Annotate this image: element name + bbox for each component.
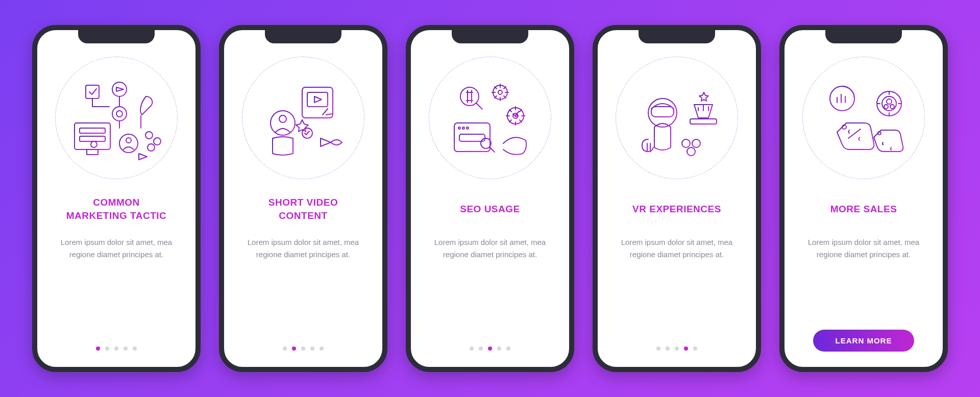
phone-notch: [639, 29, 715, 43]
pager-dot[interactable]: [666, 346, 670, 351]
pager-dot[interactable]: [656, 346, 660, 351]
screen-description: Lorem ipsum dolor sit amet, mea regione …: [800, 236, 927, 261]
pager-dot[interactable]: [320, 346, 324, 351]
pager-dot[interactable]: [675, 346, 679, 351]
pager-dot[interactable]: [470, 346, 474, 351]
phone-notch: [78, 29, 155, 43]
phone-notch: [265, 29, 341, 43]
screen-description: Lorem ipsum dolor sit amet, mea regione …: [53, 236, 180, 261]
pager-dot[interactable]: [124, 346, 128, 351]
pager-dot[interactable]: [96, 346, 100, 351]
screen-title: MORE SALES: [830, 195, 897, 223]
screen-title: VR EXPERIENCES: [632, 195, 721, 223]
onboarding-screen-2: SHORT VIDEOCONTENT Lorem ipsum dolor sit…: [219, 25, 387, 372]
pager-dot[interactable]: [301, 346, 305, 351]
pager-dot[interactable]: [310, 346, 314, 351]
pager-dot[interactable]: [479, 346, 483, 351]
pager-dot[interactable]: [133, 346, 137, 351]
phone-notch: [825, 29, 902, 43]
screen-title: SEO USAGE: [460, 195, 520, 223]
pager-dot[interactable]: [292, 346, 296, 351]
screen-description: Lorem ipsum dolor sit amet, mea regione …: [426, 236, 554, 261]
pager-dot[interactable]: [283, 346, 287, 351]
pager-dot[interactable]: [684, 346, 688, 351]
screen-description: Lorem ipsum dolor sit amet, mea regione …: [239, 236, 367, 261]
onboarding-screen-1: COMMONMARKETING TACTIC Lorem ipsum dolor…: [32, 25, 201, 372]
vr-experiences-icon: [616, 57, 738, 179]
pager-dots: [96, 346, 137, 351]
pager-dots: [470, 346, 510, 351]
pager-dot[interactable]: [497, 346, 501, 351]
pager-dot[interactable]: [506, 346, 510, 351]
pager-dots: [283, 346, 324, 351]
pager-dot[interactable]: [693, 346, 697, 351]
pager-dots: [656, 346, 697, 351]
learn-more-button[interactable]: LEARN MORE: [813, 330, 915, 352]
phone-notch: [452, 29, 528, 43]
short-video-icon: [242, 57, 364, 179]
seo-usage-icon: [429, 57, 551, 179]
onboarding-screen-4: VR EXPERIENCES Lorem ipsum dolor sit ame…: [593, 25, 761, 372]
pager-dot[interactable]: [105, 346, 109, 351]
screen-title: COMMONMARKETING TACTIC: [66, 195, 167, 223]
screen-title: SHORT VIDEOCONTENT: [268, 195, 338, 223]
pager-dot[interactable]: [488, 346, 492, 351]
pager-dot[interactable]: [114, 346, 118, 351]
marketing-tactic-icon: [55, 57, 178, 179]
onboarding-screen-3: SEO USAGE Lorem ipsum dolor sit amet, me…: [406, 25, 574, 372]
screen-description: Lorem ipsum dolor sit amet, mea regione …: [613, 236, 741, 261]
onboarding-screen-5: MORE SALES Lorem ipsum dolor sit amet, m…: [779, 25, 948, 372]
more-sales-icon: [802, 57, 925, 179]
